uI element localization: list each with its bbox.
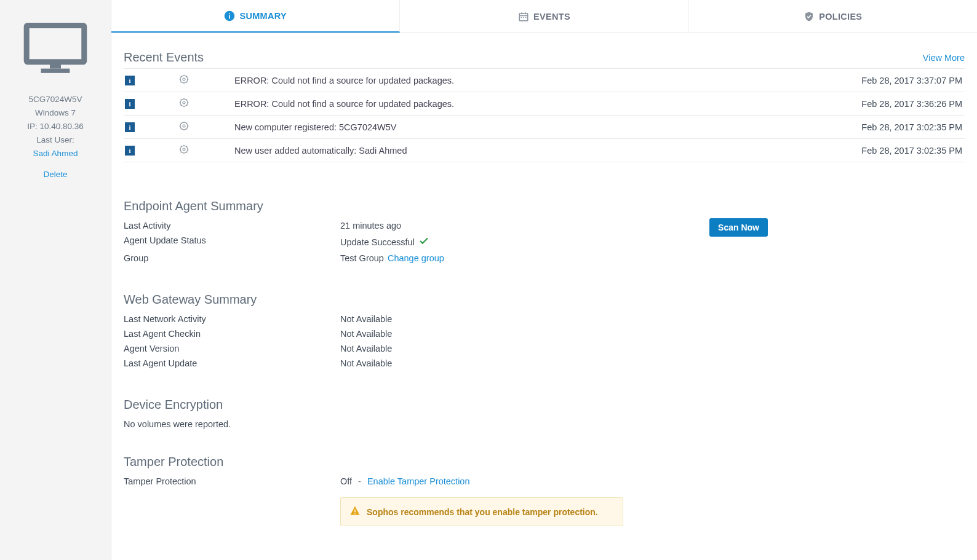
svg-line-40: [186, 128, 187, 129]
svg-rect-53: [354, 510, 356, 513]
update-status-value: Update Successful: [340, 237, 415, 247]
device-icon: [22, 22, 89, 77]
wg-value: Not Available: [340, 344, 965, 353]
last-activity-label: Last Activity: [124, 221, 340, 231]
change-group-link[interactable]: Change group: [388, 253, 444, 263]
svg-line-22: [186, 76, 187, 77]
svg-line-31: [181, 105, 181, 106]
wg-value: Not Available: [340, 329, 965, 339]
gear-icon: [179, 146, 189, 156]
svg-rect-1: [50, 62, 61, 69]
web-gateway-row: Agent VersionNot Available: [124, 341, 965, 356]
group-label: Group: [124, 253, 340, 263]
info-icon: i: [125, 146, 135, 156]
shield-icon: [804, 11, 815, 22]
event-row: iERROR: Could not find a source for upda…: [124, 92, 965, 116]
wg-value: Not Available: [340, 314, 965, 324]
svg-rect-10: [521, 17, 522, 18]
web-gateway-row: Last Agent UpdateNot Available: [124, 356, 965, 371]
svg-point-44: [183, 148, 185, 151]
svg-rect-0: [26, 25, 84, 61]
event-message: New computer registered: 5CG7024W5V: [234, 116, 735, 139]
recent-events-header: Recent Events View More: [124, 33, 965, 68]
event-message: ERROR: Could not find a source for updat…: [234, 69, 735, 92]
device-encryption-note: No volumes were reported.: [124, 419, 231, 429]
wg-key: Last Network Activity: [124, 314, 340, 324]
last-activity-value: 21 minutes ago: [340, 221, 709, 231]
svg-line-21: [181, 82, 181, 82]
tab-policies-label: POLICIES: [819, 12, 862, 22]
svg-rect-2: [41, 69, 70, 73]
tamper-heading: Tamper Protection: [124, 455, 965, 469]
gear-icon: [179, 76, 189, 86]
event-timestamp: Feb 28, 2017 3:02:35 PM: [735, 139, 965, 162]
event-timestamp: Feb 28, 2017 3:37:07 PM: [735, 69, 965, 92]
svg-line-30: [186, 105, 187, 106]
view-more-link[interactable]: View More: [923, 53, 965, 63]
check-icon: [418, 235, 429, 248]
calendar-icon: [518, 11, 529, 22]
enable-tamper-link[interactable]: Enable Tamper Protection: [367, 476, 470, 486]
svg-rect-5: [229, 14, 231, 15]
web-gateway-heading: Web Gateway Summary: [124, 293, 965, 307]
svg-point-34: [183, 125, 185, 127]
tab-events[interactable]: EVENTS: [400, 0, 688, 33]
gear-icon: [179, 123, 189, 133]
scan-now-button[interactable]: Scan Now: [709, 218, 768, 237]
svg-rect-11: [523, 17, 524, 18]
web-gateway-row: Last Network ActivityNot Available: [124, 312, 965, 326]
svg-line-29: [181, 100, 181, 100]
wg-value: Not Available: [340, 358, 965, 368]
warning-icon: [349, 505, 361, 518]
recent-events-heading: Recent Events: [124, 50, 204, 65]
main-panel: SUMMARY EVENTS POLICIES Recent Events Vi…: [111, 0, 977, 560]
last-user-label: Last User:: [0, 135, 111, 144]
svg-line-51: [181, 152, 181, 152]
tabs-bar: SUMMARY EVENTS POLICIES: [111, 0, 977, 33]
tamper-warning-banner: Sophos recommends that you enable tamper…: [340, 497, 623, 526]
wg-key: Agent Version: [124, 344, 340, 353]
svg-rect-12: [525, 17, 527, 18]
wg-key: Last Agent Checkin: [124, 329, 340, 339]
device-encryption-heading: Device Encryption: [124, 398, 965, 412]
tab-summary[interactable]: SUMMARY: [111, 0, 400, 33]
info-icon: i: [125, 76, 135, 85]
recent-events-table: iERROR: Could not find a source for upda…: [124, 68, 965, 162]
tab-events-label: EVENTS: [533, 12, 570, 22]
endpoint-heading: Endpoint Agent Summary: [124, 199, 965, 213]
device-ip: IP: 10.40.80.36: [0, 122, 111, 131]
device-sidebar: 5CG7024W5V Windows 7 IP: 10.40.80.36 Las…: [0, 0, 111, 560]
wg-key: Last Agent Update: [124, 358, 340, 368]
tamper-warning-text: Sophos recommends that you enable tamper…: [367, 507, 598, 517]
svg-line-20: [186, 82, 187, 82]
tab-policies[interactable]: POLICIES: [689, 0, 977, 33]
svg-line-39: [181, 123, 181, 124]
tamper-label: Tamper Protection: [124, 476, 340, 486]
svg-line-41: [181, 128, 181, 129]
svg-line-32: [186, 100, 187, 100]
svg-point-14: [183, 78, 185, 81]
info-icon: i: [125, 99, 135, 109]
svg-line-50: [186, 152, 187, 152]
tamper-protection: Tamper Protection Tamper Protection Off …: [124, 432, 965, 526]
delete-device-link[interactable]: Delete: [0, 170, 111, 179]
svg-rect-54: [354, 513, 356, 515]
event-message: New user added automatically: Sadi Ahmed: [234, 139, 735, 162]
update-status-label: Agent Update Status: [124, 235, 340, 248]
separator: -: [358, 476, 361, 486]
svg-line-49: [181, 146, 181, 147]
web-gateway-row: Last Agent CheckinNot Available: [124, 326, 965, 341]
svg-line-42: [186, 123, 187, 124]
svg-point-24: [183, 101, 185, 104]
event-row: iERROR: Could not find a source for upda…: [124, 69, 965, 92]
device-os: Windows 7: [0, 108, 111, 117]
svg-line-19: [181, 76, 181, 77]
device-hostname: 5CG7024W5V: [0, 95, 111, 104]
info-circle-icon: [224, 10, 235, 22]
tamper-value: Off: [340, 476, 352, 486]
group-value: Test Group: [340, 253, 384, 263]
endpoint-agent-summary: Endpoint Agent Summary Last Activity 21 …: [124, 162, 965, 266]
last-user-link[interactable]: Sadi Ahmed: [0, 149, 111, 158]
event-row: iNew computer registered: 5CG7024W5VFeb …: [124, 116, 965, 139]
event-timestamp: Feb 28, 2017 3:36:26 PM: [735, 92, 965, 116]
